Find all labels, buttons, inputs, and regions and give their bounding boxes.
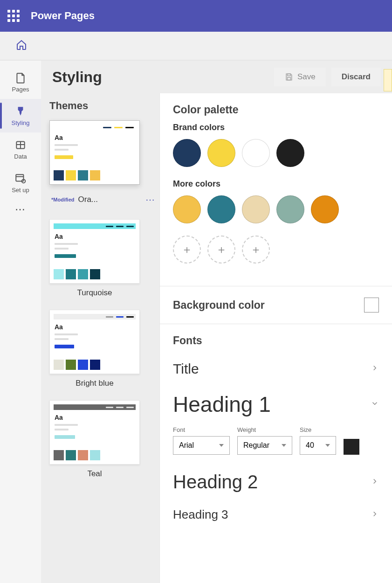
- chevron-right-icon: [371, 477, 379, 487]
- rail-label: Data: [14, 153, 27, 160]
- more-color-swatch[interactable]: [173, 195, 201, 223]
- more-color-swatch[interactable]: [311, 195, 339, 223]
- more-color-row: [173, 195, 379, 223]
- size-select[interactable]: 40: [300, 436, 336, 455]
- background-color-label: Background color: [173, 299, 364, 312]
- palette-title: Color palette: [173, 104, 379, 116]
- theme-preview: Aa: [54, 223, 136, 279]
- font-select-label: Font: [173, 426, 230, 433]
- brand-color-swatch[interactable]: [242, 139, 270, 167]
- notification-tab[interactable]: [384, 69, 392, 91]
- theme-card-bright-blue[interactable]: Aa: [49, 310, 140, 374]
- font-name: Heading 2: [173, 472, 371, 493]
- more-color-swatch[interactable]: [242, 195, 270, 223]
- font-controls: Font Arial Weight Regular Size 40: [173, 424, 379, 464]
- chevron-right-icon: [371, 510, 379, 520]
- font-row-h1[interactable]: Heading 1: [173, 384, 379, 424]
- breadcrumb: [0, 32, 392, 61]
- brand-color-swatch[interactable]: [276, 139, 304, 167]
- brand-color-row: [173, 139, 379, 167]
- panels: Themes Aa *Modified: [41, 93, 392, 583]
- more-color-swatch[interactable]: [276, 195, 304, 223]
- font-color-swatch[interactable]: [344, 439, 359, 455]
- fonts-section: Fonts Title Heading 1 Font Arial: [160, 324, 392, 540]
- chevron-right-icon: [371, 364, 379, 374]
- page-header: Styling Save Discard: [41, 61, 392, 93]
- rail-label: Styling: [11, 119, 29, 126]
- nav-rail: Pages Styling Data Set up ⋯: [0, 61, 41, 583]
- top-bar: Power Pages: [0, 0, 392, 32]
- add-color-button[interactable]: ＋: [207, 236, 235, 264]
- rail-item-styling[interactable]: Styling: [0, 99, 41, 132]
- background-color-section[interactable]: Background color: [160, 286, 392, 324]
- theme-card-teal[interactable]: Aa: [49, 400, 140, 465]
- font-name: Title: [173, 361, 371, 377]
- font-row-h2[interactable]: Heading 2: [173, 464, 379, 500]
- theme-menu-icon[interactable]: ⋯: [145, 194, 156, 205]
- chevron-down-icon: [371, 399, 379, 409]
- theme-name: Ora...: [78, 195, 142, 204]
- background-color-swatch[interactable]: [364, 298, 379, 312]
- rail-item-data[interactable]: Data: [0, 132, 41, 166]
- theme-name: Teal: [49, 469, 140, 479]
- themes-title: Themes: [49, 100, 158, 112]
- settings-panel: Color palette Brand colors More colors: [159, 93, 392, 583]
- rail-item-pages[interactable]: Pages: [0, 65, 41, 99]
- add-color-button[interactable]: ＋: [242, 236, 270, 264]
- theme-preview: Aa: [54, 314, 136, 370]
- fonts-title: Fonts: [173, 334, 379, 347]
- size-select-label: Size: [300, 426, 336, 433]
- rail-more-icon[interactable]: ⋯: [15, 203, 26, 215]
- theme-card-turquoise[interactable]: Aa: [49, 219, 140, 284]
- theme-preview: Aa: [54, 404, 136, 460]
- discard-button[interactable]: Discard: [331, 68, 381, 86]
- font-name: Heading 3: [173, 507, 371, 522]
- themes-panel: Themes Aa *Modified: [41, 93, 158, 583]
- main-layout: Pages Styling Data Set up ⋯ Styling Save…: [0, 61, 392, 583]
- save-button[interactable]: Save: [274, 68, 326, 86]
- brand-color-swatch[interactable]: [173, 139, 201, 167]
- font-select[interactable]: Arial: [173, 436, 230, 455]
- modified-badge: *Modified: [51, 197, 75, 202]
- rail-item-setup[interactable]: Set up: [0, 166, 41, 200]
- theme-card-orange[interactable]: Aa: [49, 120, 140, 185]
- weight-select[interactable]: Regular: [237, 436, 292, 455]
- save-icon: [284, 72, 294, 82]
- font-name: Heading 1: [173, 392, 371, 417]
- page-title: Styling: [52, 69, 268, 86]
- rail-label: Pages: [12, 86, 29, 93]
- brand-colors-label: Brand colors: [173, 123, 379, 132]
- add-color-row: ＋ ＋ ＋: [173, 236, 379, 264]
- more-color-swatch[interactable]: [207, 195, 235, 223]
- theme-name: Turquoise: [49, 288, 140, 298]
- app-launcher-icon[interactable]: [7, 10, 20, 22]
- font-row-h3[interactable]: Heading 3: [173, 500, 379, 529]
- add-color-button[interactable]: ＋: [173, 236, 201, 264]
- theme-meta: *Modified Ora... ⋯: [49, 189, 158, 207]
- brand-color-swatch[interactable]: [207, 139, 235, 167]
- theme-preview: Aa: [54, 125, 136, 180]
- theme-name: Bright blue: [49, 379, 140, 388]
- svg-rect-3: [288, 74, 291, 76]
- content-area: Styling Save Discard Themes Aa: [41, 61, 392, 583]
- svg-rect-4: [288, 77, 291, 80]
- more-colors-label: More colors: [173, 179, 379, 189]
- font-row-title[interactable]: Title: [173, 354, 379, 384]
- app-title: Power Pages: [31, 10, 95, 22]
- weight-select-label: Weight: [237, 426, 292, 433]
- home-icon[interactable]: [16, 39, 27, 52]
- color-palette-section: Color palette Brand colors More colors: [160, 93, 392, 286]
- rail-label: Set up: [12, 187, 29, 194]
